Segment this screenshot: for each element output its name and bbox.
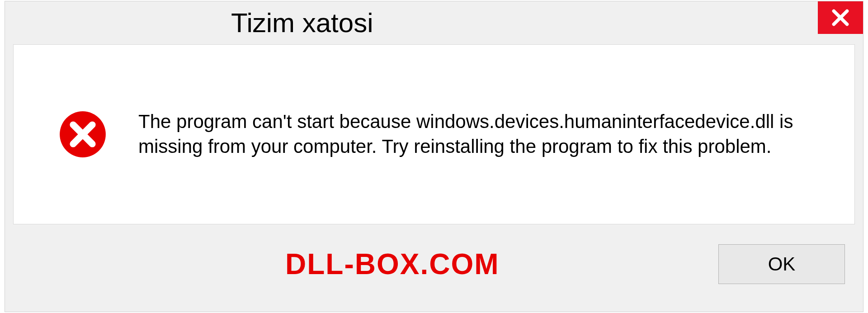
close-button[interactable] bbox=[818, 1, 863, 34]
titlebar: Tizim xatosi bbox=[5, 1, 863, 44]
error-message: The program can't start because windows.… bbox=[138, 109, 827, 159]
brand-label: DLL-BOX.COM bbox=[285, 247, 500, 281]
error-dialog: Tizim xatosi The program can't start bec… bbox=[5, 1, 863, 312]
close-icon bbox=[830, 8, 850, 28]
dialog-footer: DLL-BOX.COM OK bbox=[5, 224, 863, 304]
content-panel: The program can't start because windows.… bbox=[13, 44, 855, 224]
dialog-title: Tizim xatosi bbox=[231, 7, 373, 38]
ok-button[interactable]: OK bbox=[718, 244, 845, 284]
error-icon bbox=[59, 110, 107, 158]
